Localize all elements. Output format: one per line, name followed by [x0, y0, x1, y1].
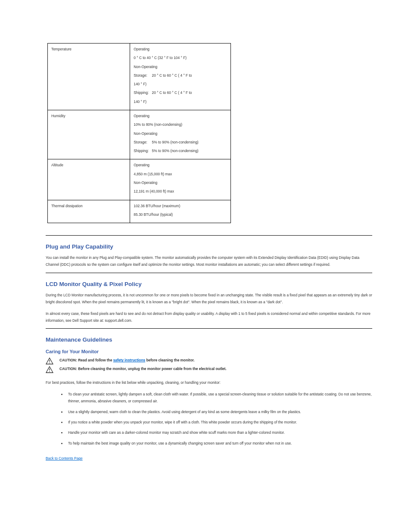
label: Operating: [134, 47, 149, 51]
warning-triangle-icon: [46, 366, 53, 373]
spec-value: Operating 4,850 m (15,000 ft) max Non-Op…: [130, 159, 231, 200]
caution-text-1: CAUTION: Read and follow the safety inst…: [59, 358, 195, 363]
spec-key-text: Humidity: [51, 114, 65, 118]
table-row: Thermal dissipation 102.36 BTU/hour (max…: [48, 200, 231, 223]
quality-body-2: In almost every case, these fixed pixels…: [46, 310, 372, 324]
label: Storage:: [134, 139, 151, 145]
caution-2-text: CAUTION: Before cleaning the monitor, un…: [59, 367, 227, 371]
spec-key: Thermal dissipation: [48, 200, 130, 223]
maintenance-lead: For best practices, follow the instructi…: [46, 379, 372, 386]
value: 5% to 90% (non-condensing): [152, 149, 199, 153]
quality-body-1: During the LCD Monitor manufacturing pro…: [46, 292, 372, 306]
list-item: Handle your monitor with care as a darke…: [66, 429, 372, 436]
section-heading-quality: LCD Monitor Quality & Pixel Policy: [46, 281, 372, 287]
value: 102.36 BTU/hour (maximum): [134, 203, 227, 209]
caution-text-2: CAUTION: Before cleaning the monitor, un…: [59, 366, 227, 372]
caution-prefix: CAUTION: Read and follow the: [59, 358, 113, 362]
value: 5% to 90% (non-condensing): [152, 140, 199, 144]
value: 140 ° F): [134, 81, 227, 87]
spec-key-text: Thermal dissipation: [51, 204, 83, 208]
divider: [46, 328, 372, 329]
caution-row-2: CAUTION: Before cleaning the monitor, un…: [46, 366, 372, 373]
label: Shipping:: [134, 90, 151, 96]
section-heading-maintenance: Maintenance Guidelines: [46, 336, 372, 343]
label: Operating: [134, 163, 149, 167]
spec-key: Temperature: [48, 44, 130, 110]
svg-point-2: [49, 363, 50, 364]
label: Non-Operating: [134, 65, 157, 69]
spec-value: 102.36 BTU/hour (maximum) 85.30 BTU/hour…: [130, 200, 231, 223]
value: 20 ° C to 60 ° C ( 4 ° F to: [152, 73, 192, 78]
environmental-spec-table: Temperature Operating 0 ° C to 40 ° C (3…: [47, 43, 231, 223]
value: 0 ° C to 40 ° C (32 ° F to 104 ° F): [134, 55, 227, 61]
list-item: To clean your antistatic screen, lightly…: [66, 391, 372, 405]
maintenance-bullet-list: To clean your antistatic screen, lightly…: [46, 391, 372, 447]
label: Non-Operating: [134, 180, 157, 185]
list-item: If you notice a white powder when you un…: [66, 419, 372, 426]
divider: [46, 235, 372, 236]
table-row: Temperature Operating 0 ° C to 40 ° C (3…: [48, 44, 231, 110]
value: 140 ° F): [134, 99, 227, 105]
label: Operating: [134, 114, 149, 118]
value: 10% to 80% (non-condensing): [134, 121, 227, 128]
value: 12,191 m (40,000 ft) max: [134, 188, 227, 194]
list-item: To help maintain the best image quality …: [66, 440, 372, 447]
value: 4,850 m (15,000 ft) max: [134, 171, 227, 177]
safety-instructions-link[interactable]: safety instructions: [113, 358, 145, 362]
pnp-body: You can install the monitor in any Plug …: [46, 254, 372, 268]
caution-suffix: before cleaning the monitor.: [145, 358, 194, 362]
back-to-contents-link[interactable]: Back to Contents Page: [46, 456, 83, 460]
spec-key: Altitude: [48, 159, 130, 200]
spec-key-text: Altitude: [51, 163, 63, 167]
spec-value: Operating 10% to 80% (non-condensing) No…: [130, 110, 231, 159]
warning-triangle-icon: [46, 358, 53, 364]
subheading-caring: Caring for Your Monitor: [46, 349, 372, 354]
divider: [46, 273, 372, 273]
table-row: Humidity Operating 10% to 80% (non-conde…: [48, 110, 231, 159]
spec-key-text: Temperature: [51, 47, 72, 51]
caution-row-1: CAUTION: Read and follow the safety inst…: [46, 358, 372, 364]
svg-point-5: [49, 371, 50, 372]
spec-key: Humidity: [48, 110, 130, 159]
label: Non-Operating: [134, 131, 157, 136]
value: 20 ° C to 60 ° C ( 4 ° F to: [152, 90, 192, 95]
table-row: Altitude Operating 4,850 m (15,000 ft) m…: [48, 159, 231, 200]
label: Shipping:: [134, 148, 151, 154]
section-heading-pnp: Plug and Play Capability: [46, 243, 372, 250]
list-item: Use a slightly dampened, warm cloth to c…: [66, 408, 372, 415]
value: 85.30 BTU/hour (typical): [134, 212, 227, 218]
label: Storage:: [134, 72, 151, 78]
spec-value: Operating 0 ° C to 40 ° C (32 ° F to 104…: [130, 44, 231, 110]
